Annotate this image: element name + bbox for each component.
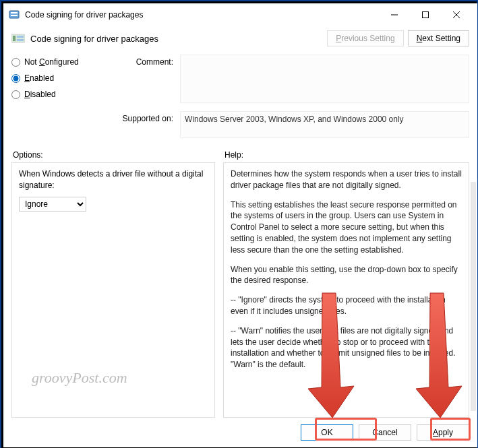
comment-textarea[interactable]: [180, 55, 469, 103]
header-title: Code signing for driver packages: [30, 34, 323, 44]
cancel-button[interactable]: Cancel: [359, 424, 411, 441]
help-scrollbar[interactable]: [471, 182, 476, 411]
options-pane: When Windows detects a driver file witho…: [11, 162, 215, 418]
svg-rect-1: [11, 12, 18, 13]
comment-label: Comment:: [119, 55, 173, 67]
help-section-label: Help:: [225, 150, 243, 160]
supported-on-label: Supported on:: [119, 111, 173, 123]
apply-button[interactable]: Apply: [417, 424, 469, 441]
help-text: When you enable this setting, use the dr…: [231, 264, 462, 287]
window-title: Code signing for driver packages: [25, 10, 379, 20]
svg-rect-0: [9, 11, 19, 18]
radio-enabled-input[interactable]: [11, 74, 20, 83]
header: Code signing for driver packages Previou…: [3, 26, 477, 53]
help-pane: Determines how the system responds when …: [223, 162, 469, 418]
help-text: -- "Warn" notifies the user that files a…: [231, 325, 462, 371]
titlebar: Code signing for driver packages: [3, 3, 477, 26]
policy-header-icon: [11, 33, 25, 44]
dialog-window: Code signing for driver packages Code si…: [3, 3, 477, 447]
radio-not-configured-input[interactable]: [11, 58, 20, 67]
options-section-label: Options:: [13, 150, 225, 160]
radio-not-configured[interactable]: Not Configured: [11, 57, 119, 67]
maximize-button[interactable]: [410, 4, 441, 26]
previous-setting-button[interactable]: Previous Setting: [327, 30, 403, 46]
state-radio-group: Not Configured Enabled Disabled: [11, 55, 119, 143]
help-text: This setting establishes the least secur…: [231, 199, 462, 256]
policy-icon: [9, 9, 20, 20]
svg-rect-4: [423, 12, 429, 18]
help-text: Determines how the system responds when …: [231, 168, 462, 191]
footer-buttons: OK Cancel Apply: [3, 418, 477, 447]
ok-button[interactable]: OK: [301, 424, 353, 441]
radio-disabled-input[interactable]: [11, 90, 20, 99]
radio-disabled-label: Disabled: [24, 90, 56, 99]
help-text: -- "Ignore" directs the system to procee…: [231, 294, 462, 317]
svg-rect-9: [17, 36, 24, 38]
options-prompt: When Windows detects a driver file witho…: [19, 168, 208, 191]
radio-disabled[interactable]: Disabled: [11, 90, 119, 99]
svg-rect-2: [11, 15, 18, 16]
radio-enabled-label: Enabled: [24, 73, 54, 83]
svg-rect-8: [13, 36, 16, 41]
close-button[interactable]: [441, 4, 472, 26]
radio-enabled[interactable]: Enabled: [11, 73, 119, 83]
radio-not-configured-label: Not Configured: [24, 57, 79, 67]
svg-rect-10: [17, 39, 24, 41]
next-setting-button[interactable]: Next Setting: [408, 30, 469, 46]
supported-on-value: Windows Server 2003, Windows XP, and Win…: [180, 111, 469, 138]
minimize-button[interactable]: [379, 4, 410, 26]
signature-action-select[interactable]: Ignore: [19, 197, 86, 212]
